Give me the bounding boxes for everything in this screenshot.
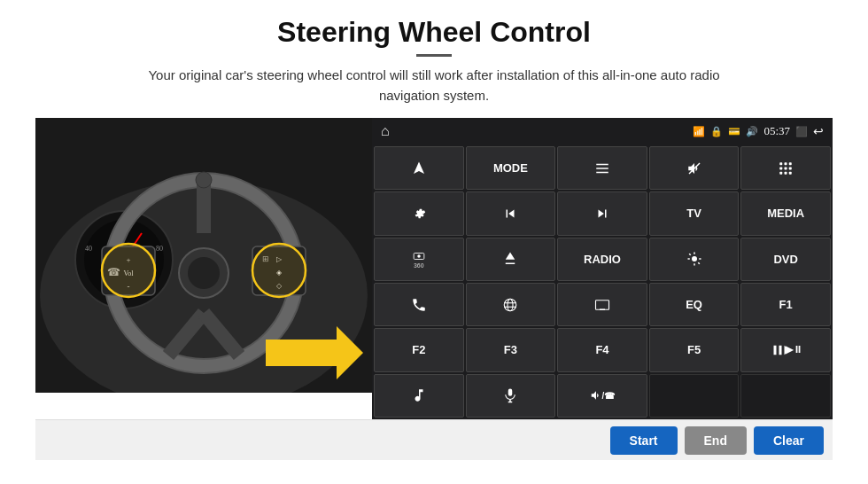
- svg-point-20: [102, 244, 155, 297]
- svg-point-52: [508, 299, 513, 311]
- sd-icon: 💳: [728, 126, 740, 137]
- page-container: Steering Wheel Control Your original car…: [0, 0, 868, 484]
- eq-btn[interactable]: EQ: [649, 283, 740, 326]
- menu-btn[interactable]: [557, 146, 647, 190]
- svg-point-26: [252, 244, 306, 297]
- svg-rect-30: [596, 168, 608, 169]
- window-icon: ⬛: [795, 126, 808, 137]
- lock-icon: 🔒: [710, 126, 723, 137]
- svg-point-28: [196, 172, 212, 188]
- svg-line-47: [689, 254, 691, 255]
- title-divider: [416, 54, 452, 57]
- eject-btn[interactable]: [466, 238, 556, 281]
- mic-btn[interactable]: [466, 374, 556, 418]
- vol-phone-btn[interactable]: /☎: [557, 374, 647, 418]
- control-panel: ⌂ 📶 🔒 💳 🔊 05:37 ⬛ ↩ MODE: [372, 118, 833, 419]
- bt-icon: 🔊: [746, 126, 758, 137]
- action-bar: Start End Clear: [35, 419, 833, 460]
- f5-btn[interactable]: F5: [649, 328, 740, 371]
- svg-rect-41: [789, 171, 792, 174]
- mode-btn[interactable]: MODE: [466, 146, 556, 190]
- web-btn[interactable]: [466, 283, 556, 326]
- svg-point-44: [692, 256, 697, 262]
- f1-btn[interactable]: F1: [740, 283, 831, 326]
- f3-btn[interactable]: F3: [466, 328, 556, 371]
- svg-rect-39: [779, 171, 782, 174]
- svg-rect-33: [779, 162, 782, 165]
- media-btn[interactable]: MEDIA: [740, 191, 831, 235]
- svg-line-48: [698, 263, 700, 265]
- svg-rect-57: [773, 346, 776, 355]
- svg-point-51: [505, 299, 517, 311]
- music-btn[interactable]: [374, 374, 464, 418]
- phone-btn[interactable]: [374, 283, 464, 326]
- empty1-btn: [649, 374, 740, 418]
- svg-point-43: [417, 254, 421, 258]
- content-row: 60 40 80 + Vol: [35, 118, 833, 419]
- tv-btn[interactable]: TV: [649, 191, 740, 235]
- empty2-btn: [740, 374, 831, 418]
- svg-rect-29: [596, 163, 608, 165]
- end-button[interactable]: End: [685, 426, 747, 455]
- button-grid: MODE TV: [372, 144, 833, 419]
- settings-btn[interactable]: [374, 191, 464, 235]
- home-icon[interactable]: ⌂: [381, 123, 390, 139]
- svg-rect-35: [789, 162, 792, 165]
- apps-btn[interactable]: [740, 146, 831, 190]
- radio-btn[interactable]: RADIO: [557, 238, 647, 281]
- wifi-icon: 📶: [693, 126, 705, 137]
- status-bar: ⌂ 📶 🔒 💳 🔊 05:37 ⬛ ↩: [372, 118, 833, 144]
- back-icon[interactable]: ↩: [813, 124, 824, 139]
- status-time: 05:37: [763, 124, 790, 138]
- page-subtitle: Your original car's steering wheel contr…: [124, 66, 744, 105]
- f4-btn[interactable]: F4: [557, 328, 647, 371]
- navigate-btn[interactable]: [374, 146, 464, 190]
- playpause-btn[interactable]: ▶⏸: [740, 328, 831, 371]
- svg-rect-40: [785, 171, 787, 174]
- clear-button[interactable]: Clear: [754, 426, 824, 455]
- f2-btn[interactable]: F2: [374, 328, 464, 371]
- page-title: Steering Wheel Control: [277, 16, 591, 49]
- svg-rect-55: [595, 300, 608, 309]
- brightness-btn[interactable]: [649, 238, 740, 281]
- svg-text:40: 40: [85, 245, 92, 253]
- prev-btn[interactable]: [466, 191, 556, 235]
- dvd-btn[interactable]: DVD: [740, 238, 831, 281]
- cam360-btn[interactable]: 360: [374, 238, 464, 281]
- svg-point-14: [188, 257, 220, 289]
- svg-rect-34: [785, 162, 787, 165]
- svg-rect-58: [779, 346, 781, 355]
- svg-marker-59: [784, 346, 786, 355]
- start-button[interactable]: Start: [610, 426, 678, 455]
- svg-rect-31: [596, 171, 608, 173]
- svg-text:80: 80: [156, 245, 163, 253]
- steering-wheel-image: 60 40 80 + Vol: [35, 118, 372, 393]
- svg-rect-60: [508, 389, 513, 396]
- next-btn[interactable]: [557, 191, 647, 235]
- svg-rect-36: [779, 167, 782, 169]
- screen-btn[interactable]: [557, 283, 647, 326]
- svg-rect-38: [789, 167, 792, 169]
- mute-btn[interactable]: [649, 146, 740, 190]
- svg-rect-37: [785, 167, 787, 169]
